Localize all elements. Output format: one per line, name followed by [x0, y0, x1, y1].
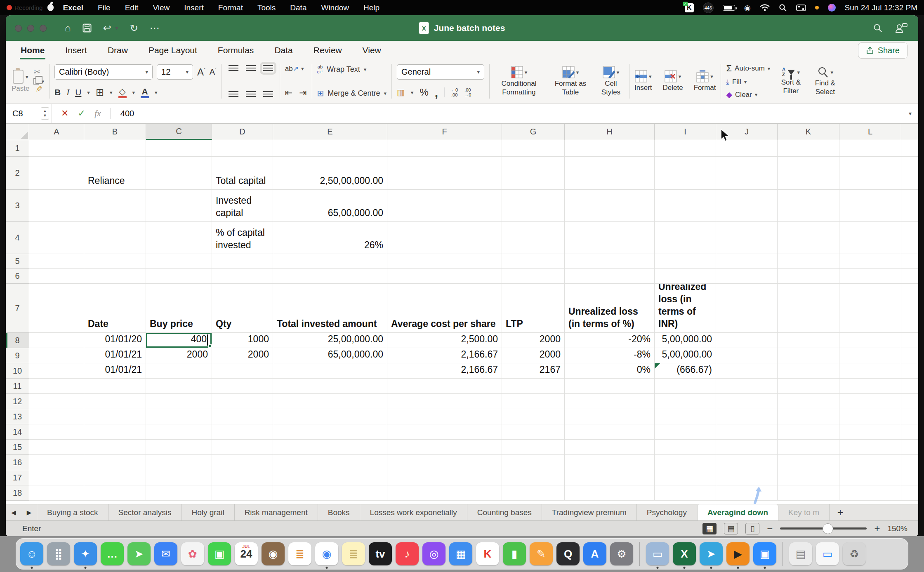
cell-G7[interactable]: LTP [502, 284, 565, 333]
cell-J9[interactable] [716, 348, 778, 363]
ribbon-tab-review[interactable]: Review [313, 43, 343, 58]
cell-B18[interactable] [84, 485, 146, 501]
dock-keynote[interactable]: ▦ [449, 542, 472, 565]
cell-H15[interactable] [565, 440, 655, 455]
undo-button[interactable]: ↩ [103, 22, 111, 34]
cell-A7[interactable] [29, 284, 84, 333]
dock-chrome[interactable]: ◉ [315, 542, 338, 565]
cell-C7[interactable]: Buy price [146, 284, 212, 333]
font-name-select[interactable]: Calibri (Body)▾ [54, 64, 153, 80]
cell-B4[interactable] [84, 222, 146, 254]
format-painter-button[interactable]: ✎ [34, 85, 44, 96]
cell-A9[interactable] [29, 348, 84, 363]
cell-K5[interactable] [778, 254, 839, 269]
percent-style-button[interactable]: % [420, 87, 428, 98]
dock-reminders[interactable]: ≣ [288, 542, 311, 565]
autosum-button[interactable]: ΣAuto-sum▾ [726, 63, 770, 74]
dock-system-settings[interactable]: ⚙ [610, 542, 633, 565]
cell-A8[interactable] [29, 333, 84, 348]
cell-J1[interactable] [716, 140, 778, 157]
row-header-18[interactable]: 18 [6, 485, 29, 501]
cell-C2[interactable] [146, 157, 212, 190]
dock-photos[interactable]: ✿ [181, 542, 204, 565]
cell-K1[interactable] [778, 140, 839, 157]
comma-style-button[interactable]: , [435, 89, 438, 96]
row-header-9[interactable]: 9 [6, 348, 29, 363]
cell-C17[interactable] [146, 470, 212, 485]
cell-E10[interactable] [273, 363, 387, 379]
cell-G14[interactable] [502, 424, 565, 440]
cell-D3[interactable]: Invested capital [212, 190, 273, 222]
column-header-K[interactable]: K [778, 124, 839, 140]
menu-excel[interactable]: Excel [63, 3, 83, 12]
cell-A17[interactable] [29, 470, 84, 485]
dock-launchpad[interactable]: ⣿ [47, 542, 70, 565]
dock-telegram[interactable]: ➤ [700, 542, 723, 565]
row-header-7[interactable]: 7 [6, 284, 29, 333]
cell-K13[interactable] [778, 409, 839, 424]
cell-I9[interactable]: 5,00,000.00 [655, 348, 716, 363]
cell-D12[interactable] [212, 394, 273, 409]
accounting-chevron[interactable]: ▾ [411, 89, 414, 96]
cell-L3[interactable] [839, 190, 901, 222]
dock-media-player[interactable]: ▶ [726, 542, 750, 565]
cell-G4[interactable] [502, 222, 565, 254]
cell-J8[interactable] [716, 333, 778, 348]
cell-I2[interactable] [655, 157, 716, 190]
menu-file[interactable]: File [98, 3, 111, 12]
zoom-slider[interactable] [780, 527, 867, 530]
dock-zoom[interactable]: ▣ [753, 542, 776, 565]
sheet-tab-risk-management[interactable]: Risk management [235, 504, 318, 520]
minimize-window-button[interactable] [27, 25, 34, 32]
cell-A1[interactable] [29, 140, 84, 157]
insert-cells-button[interactable]: ▾ Insert [634, 70, 652, 92]
cut-button[interactable]: ✂ [33, 67, 44, 77]
cell-B8[interactable]: 01/01/20 [84, 333, 146, 348]
borders-chevron[interactable]: ▾ [110, 89, 113, 96]
formula-bar-expand-chevron[interactable]: ▾ [909, 110, 912, 117]
row-header-13[interactable]: 13 [6, 409, 29, 424]
cell-G5[interactable] [502, 254, 565, 269]
apple-menu-icon[interactable] [47, 4, 54, 11]
cell-J17[interactable] [716, 470, 778, 485]
cell-D4[interactable]: % of capital invested [212, 222, 273, 254]
cell-L7[interactable] [839, 284, 901, 333]
cell-F9[interactable]: 2,166.67 [387, 348, 502, 363]
cell-L4[interactable] [839, 222, 901, 254]
merge-centre-button[interactable]: Merge & Centre [328, 89, 380, 98]
cell-K7[interactable] [778, 284, 839, 333]
cell-I4[interactable] [655, 222, 716, 254]
cell-F3[interactable] [387, 190, 502, 222]
cell-F5[interactable] [387, 254, 502, 269]
cell-A12[interactable] [29, 394, 84, 409]
zoom-window-button[interactable] [40, 25, 47, 32]
cell-J11[interactable] [716, 379, 778, 394]
menubar-clock[interactable]: Sun 24 Jul 12:32 PM [845, 3, 917, 12]
row-header-14[interactable]: 14 [6, 424, 29, 440]
cell-I13[interactable] [655, 409, 716, 424]
cell-K10[interactable] [778, 363, 839, 379]
cell-E14[interactable] [273, 424, 387, 440]
cell-H5[interactable] [565, 254, 655, 269]
cell-F10[interactable]: 2,166.67 [387, 363, 502, 379]
cell-H2[interactable] [565, 157, 655, 190]
sheet-tab-sector-analysis[interactable]: Sector analysis [108, 504, 182, 520]
cell-E9[interactable]: 65,00,000.00 [273, 348, 387, 363]
cell-L10[interactable] [839, 363, 901, 379]
ribbon-tab-view[interactable]: View [362, 43, 382, 58]
cell-A11[interactable] [29, 379, 84, 394]
cell-F7[interactable]: Average cost per share [387, 284, 502, 333]
home-icon[interactable]: ⌂ [65, 22, 71, 34]
cell-A4[interactable] [29, 222, 84, 254]
cell-J13[interactable] [716, 409, 778, 424]
sheet-tab-counting-bases[interactable]: Counting bases [467, 504, 542, 520]
redo-button[interactable]: ↻ [130, 22, 138, 34]
ribbon-tab-data[interactable]: Data [273, 43, 293, 58]
select-all-corner[interactable] [6, 124, 29, 140]
cell-B3[interactable] [84, 190, 146, 222]
decrease-decimal-button[interactable]: ←0.00 [451, 87, 458, 97]
kite-status-icon[interactable]: K✓ [685, 3, 694, 12]
cell-B2[interactable]: Reliance [84, 157, 146, 190]
cell-C6[interactable] [146, 269, 212, 284]
cancel-entry-button[interactable]: ✕ [61, 108, 68, 119]
